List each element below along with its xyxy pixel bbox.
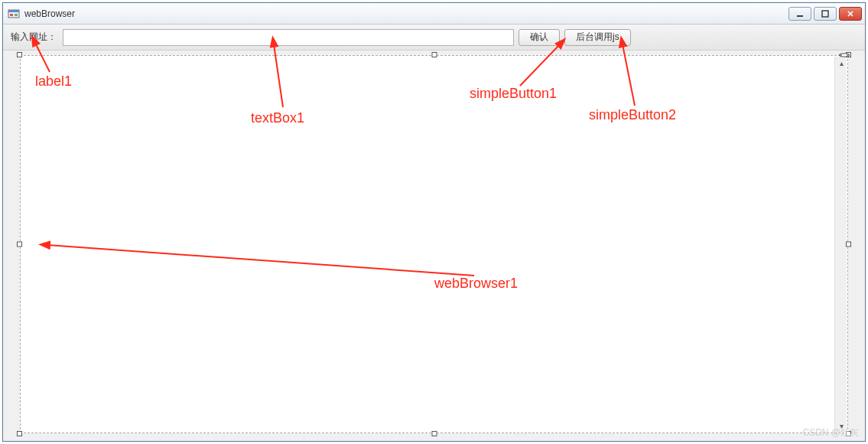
window-title: webBrowser [24,8,75,19]
resize-handle[interactable] [431,52,437,57]
svg-rect-4 [797,15,803,17]
scrollbar-vertical[interactable]: ▴ ▾ [834,57,847,432]
resize-handle[interactable] [17,431,22,436]
resize-handle[interactable] [17,52,22,57]
svg-rect-5 [822,11,828,17]
invoke-js-button[interactable]: 后台调用js [564,29,631,46]
svg-rect-2 [10,14,13,16]
titlebar[interactable]: webBrowser [3,3,865,24]
designer-surface: ▴ ▾ [9,54,859,435]
maximize-button[interactable] [814,7,837,21]
toolbar: 输入网址： 确认 后台调用js [3,24,865,51]
resize-handle[interactable] [846,431,851,436]
move-glyph-icon[interactable] [839,51,850,59]
resize-handle[interactable] [17,242,22,247]
window-controls [788,7,862,21]
resize-handle[interactable] [846,242,851,247]
app-icon [8,8,20,20]
app-window: webBrowser 输入网址： 确认 后台调用js ▴ ▾ [2,2,866,442]
webbrowser-control[interactable]: ▴ ▾ [20,55,848,433]
svg-rect-1 [8,10,19,12]
scroll-down-icon[interactable]: ▾ [835,420,847,432]
minimize-button[interactable] [788,7,811,21]
url-label: 输入网址： [11,31,57,44]
resize-handle[interactable] [431,431,437,436]
close-button[interactable] [839,7,862,21]
url-input[interactable] [63,29,514,46]
confirm-button[interactable]: 确认 [519,29,560,46]
svg-rect-6 [841,54,847,57]
svg-rect-3 [15,14,18,16]
